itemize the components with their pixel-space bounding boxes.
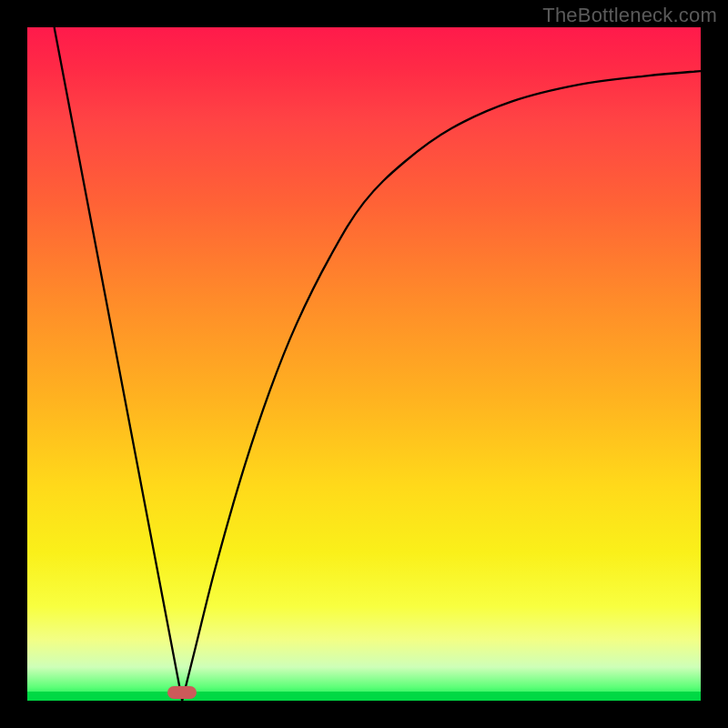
plot-area — [27, 27, 701, 701]
curve-path — [55, 27, 701, 701]
curve-layer — [27, 27, 701, 701]
minimum-marker-icon — [167, 686, 197, 699]
chart-frame: TheBottleneck.com — [0, 0, 728, 728]
watermark-text: TheBottleneck.com — [542, 4, 717, 27]
